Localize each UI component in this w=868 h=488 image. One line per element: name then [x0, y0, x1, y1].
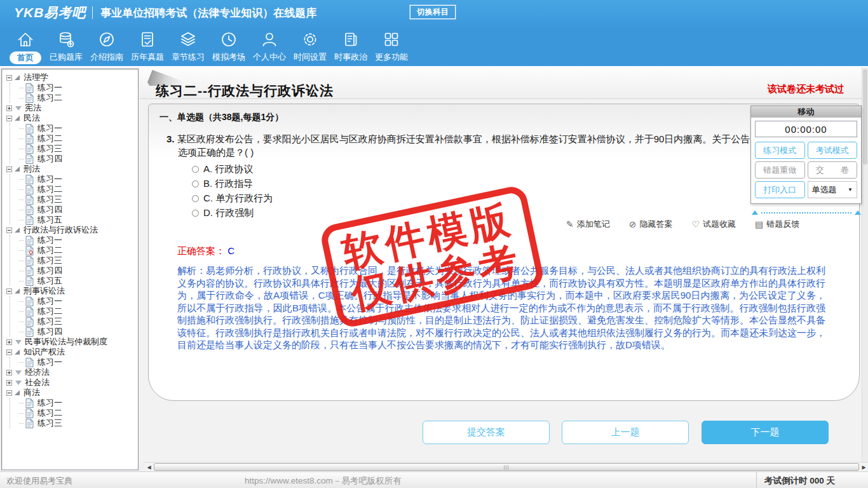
guide-icon — [97, 30, 116, 49]
nav-item-label: 时间设置 — [294, 51, 327, 63]
tree-leaf[interactable]: 练习三 — [10, 316, 137, 327]
tree-leaf[interactable]: 练习四 — [10, 205, 137, 215]
question-type-dropdown[interactable]: 单选题▼ — [808, 181, 858, 198]
tree-leaf[interactable]: 练习四 — [10, 266, 137, 276]
print-entry-button[interactable]: 打印入口 — [755, 181, 805, 198]
option-radio[interactable] — [192, 180, 199, 187]
expand-toggle-icon[interactable]: + — [6, 105, 12, 111]
tool-label: 添加笔记 — [577, 219, 610, 230]
tree-leaf[interactable]: 练习二 — [10, 184, 137, 194]
tree-leaf[interactable]: 练习三 — [10, 255, 137, 266]
favorite-question-action[interactable]: ♡试题收藏 — [691, 219, 736, 230]
tree-leaf[interactable]: 练习二 — [10, 408, 137, 418]
horizontal-scrollbar-thumb[interactable]: ||| — [154, 463, 859, 471]
option-row[interactable]: B. 行政指导 — [192, 178, 808, 190]
horizontal-scrollbar[interactable]: ◀ ||| ▶ — [145, 462, 868, 471]
option-radio[interactable] — [192, 210, 199, 217]
doc-icon — [25, 215, 34, 225]
tree-leaf[interactable]: 练习一 — [10, 296, 137, 306]
practice-mode-button[interactable]: 练习模式 — [755, 142, 805, 159]
nav-item-home[interactable]: 首页 — [5, 25, 46, 64]
panel-drag-handle[interactable]: 移动 — [751, 106, 861, 118]
tree-leaf[interactable]: 练习一 — [10, 83, 137, 93]
switch-subject-button[interactable]: 切换科目 — [410, 5, 456, 19]
tree-children: 练习一 — [10, 357, 137, 367]
tree-node[interactable]: +民事诉讼法与仲裁制度 — [5, 337, 137, 347]
tree-leaf[interactable]: 练习一 — [10, 357, 137, 367]
tree-node[interactable]: −行政法与行政诉讼法 — [5, 225, 137, 235]
scroll-left-arrow-icon[interactable]: ◀ — [145, 463, 153, 472]
tree-node[interactable]: +经济法 — [5, 367, 137, 377]
vertical-scrollbar-thumb[interactable] — [863, 69, 867, 165]
expand-toggle-icon[interactable]: + — [6, 380, 12, 386]
question-body: 某区政府发布公告，要求阳光小区居民与区政府协商拆迁安置补偿款事宜，根据补偿标准签… — [177, 133, 808, 158]
nav-item-purchased[interactable]: 已购题库 — [46, 25, 86, 64]
nav-item-politics[interactable]: 时事政治 — [330, 25, 371, 64]
collapse-toggle-icon[interactable]: − — [6, 288, 12, 294]
option-radio[interactable] — [192, 166, 199, 173]
tree-leaf[interactable]: 练习三 — [10, 194, 137, 205]
submit-paper-button[interactable]: 交 卷 — [808, 161, 858, 179]
tree-leaf[interactable]: 练习三 — [10, 144, 137, 154]
expand-toggle-icon[interactable]: + — [6, 339, 12, 345]
redo-wrong-button[interactable]: 错题重做 — [755, 161, 805, 179]
collapse-toggle-icon[interactable]: − — [6, 349, 12, 355]
scroll-right-arrow-icon[interactable]: ▶ — [860, 463, 868, 472]
tree-leaf[interactable]: 练习二 — [10, 306, 137, 316]
next-question-button[interactable]: 下一题 — [702, 421, 829, 444]
pager-up-left-icon[interactable] — [752, 210, 758, 215]
option-row[interactable]: A. 行政协议 — [192, 163, 808, 175]
exam-mode-button[interactable]: 考试模式 — [808, 142, 858, 159]
tree-leaf[interactable]: 练习二 — [10, 93, 137, 103]
report-error-action[interactable]: ▤错题反馈 — [755, 219, 799, 230]
tool-label: 隐藏答案 — [639, 219, 672, 230]
tree-leaf-active[interactable]: 练习二 — [10, 245, 137, 255]
tree-leaf[interactable]: 练习四 — [10, 154, 137, 164]
prev-question-button[interactable]: 上一题 — [562, 421, 689, 444]
tree-leaf[interactable]: 练习四 — [10, 327, 137, 337]
collapse-toggle-icon[interactable]: − — [6, 75, 12, 81]
pager-up-right-icon[interactable] — [855, 210, 861, 215]
nav-item-chapter-practice[interactable]: 章节练习 — [168, 25, 208, 64]
nav-item-more[interactable]: 更多功能 — [371, 25, 412, 64]
nav-item-mock-exam[interactable]: 模拟考场 — [208, 25, 249, 64]
tree-node[interactable]: −商法 — [5, 388, 137, 398]
tree-node[interactable]: −刑法 — [5, 164, 137, 174]
hide-answer-action[interactable]: ⊘隐藏答案 — [629, 219, 673, 230]
submit-answer-button[interactable]: 提交答案 — [423, 421, 550, 444]
tree-leaf[interactable]: 练习二 — [10, 133, 137, 144]
tree-leaf[interactable]: 练习一 — [10, 398, 137, 408]
nav-item-profile[interactable]: 个人中心 — [249, 25, 290, 64]
expand-toggle-icon[interactable]: + — [6, 370, 12, 376]
nav-item-label: 时事政治 — [334, 51, 367, 63]
tree-leaf[interactable]: 练习五 — [10, 215, 137, 225]
brand-divider — [92, 6, 93, 19]
tree-leaf[interactable]: 练习一 — [10, 235, 137, 245]
collapse-toggle-icon[interactable]: − — [6, 227, 12, 233]
tree-leaf[interactable]: 练习一 — [10, 174, 137, 184]
tree-node[interactable]: −法理学 — [5, 72, 137, 83]
tree-node[interactable]: −知识产权法 — [5, 347, 137, 357]
tree-node[interactable]: +宪法 — [5, 103, 137, 113]
doc-icon — [25, 124, 34, 133]
collapse-toggle-icon[interactable]: − — [6, 166, 12, 172]
collapse-toggle-icon[interactable]: − — [6, 390, 12, 396]
option-radio[interactable] — [192, 195, 199, 202]
collapse-toggle-icon[interactable]: − — [6, 116, 12, 121]
tree-leaf[interactable]: 练习一 — [10, 123, 137, 133]
nav-item-guide[interactable]: 介绍指南 — [86, 25, 127, 64]
tree-node[interactable]: −民法 — [5, 113, 137, 123]
tree-node[interactable]: −刑事诉讼法 — [5, 286, 137, 296]
tree-arrow-icon — [15, 116, 20, 121]
nav-item-time-settings[interactable]: 时间设置 — [290, 25, 330, 64]
option-label: A. 行政协议 — [203, 163, 253, 175]
nav-item-past-exams[interactable]: 历年真题 — [127, 25, 168, 64]
tree-node[interactable]: +社会法 — [5, 377, 137, 388]
tree-leaf[interactable]: 练习五 — [10, 276, 137, 286]
option-label: B. 行政指导 — [203, 178, 253, 190]
add-note-action[interactable]: ✎添加笔记 — [566, 219, 610, 230]
tree-leaf[interactable]: 练习三 — [10, 418, 137, 428]
option-row[interactable]: C. 单方行政行为 — [192, 193, 808, 205]
option-row[interactable]: D. 行政强制 — [192, 207, 808, 219]
vertical-scrollbar[interactable] — [862, 67, 868, 462]
